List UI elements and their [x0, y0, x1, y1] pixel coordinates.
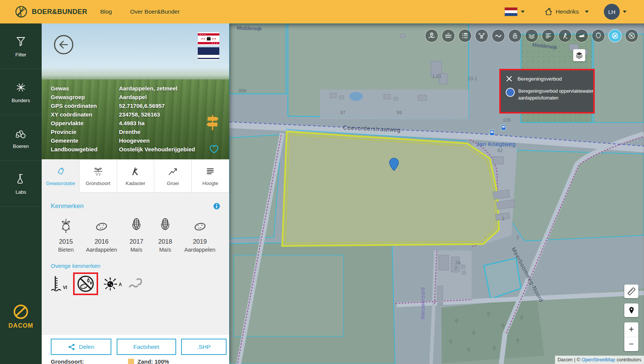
government-layer-icon[interactable]	[592, 29, 605, 42]
rotation-crop: Aardappelen	[184, 247, 215, 253]
house-number: 2	[455, 265, 457, 271]
beet-icon	[57, 217, 75, 235]
factsheet-button[interactable]: Factsheet	[117, 339, 176, 355]
kadaster-icon	[130, 166, 141, 177]
caret-down-icon	[521, 11, 525, 13]
shp-label: .SHP	[197, 344, 211, 350]
tab-kadaster[interactable]: Kadaster	[117, 159, 155, 193]
favorite-heart-icon[interactable]	[208, 142, 220, 156]
rotation-year-2017[interactable]: 2017 Maïs	[122, 217, 151, 253]
bird-layer-icon[interactable]	[575, 29, 588, 42]
sidebar-item-label: Filter	[16, 52, 27, 58]
openstreetmap-link[interactable]: OpenStreetMap	[581, 357, 615, 362]
rotation-crop: Maïs	[130, 247, 142, 253]
zoom-controls: + −	[624, 322, 638, 351]
tab-hoogte[interactable]: Hoogte	[191, 159, 229, 193]
info-icon[interactable]	[213, 203, 220, 210]
flask-icon	[14, 173, 27, 185]
house-number: 2a	[455, 260, 461, 265]
caret-down-icon	[623, 11, 627, 13]
sidebar-item-label: Labs	[16, 189, 26, 195]
zoom-out-button[interactable]: −	[624, 337, 638, 352]
shp-button[interactable]: .SHP	[181, 339, 227, 355]
kadaster-layer-icon[interactable]	[558, 29, 572, 42]
nav-blog-link[interactable]: Blog	[100, 8, 112, 15]
boer-en-bunder-app: BOER&BUNDER Blog Over Boer&Bunder Hendri…	[0, 0, 644, 364]
street-label-jan-knegtweg: Jan Knegtweg	[476, 141, 516, 147]
share-icon	[68, 343, 75, 351]
street-label-nieuweroord: Nieuweroord	[420, 287, 426, 319]
zoom-in-button[interactable]: +	[624, 322, 638, 337]
rotation-year: 2016	[95, 238, 109, 245]
brand-logo[interactable]: BOER&BUNDER	[14, 5, 87, 19]
parcel-detail-panel: GewasAardappelen, zetmeel GewasgroepAard…	[42, 23, 229, 364]
legend-item: Beregeningsverbod oppervlaktewater aarda…	[506, 88, 590, 101]
irrigation-ban-icon[interactable]	[77, 275, 95, 293]
info-label: XY coördinaten	[51, 111, 119, 118]
house-number: 62	[497, 148, 503, 153]
sidebar-item-boeren[interactable]: Boeren	[0, 115, 42, 161]
rotation-year-2016[interactable]: 2016 Aardappelen	[81, 217, 122, 253]
height-layer-icon[interactable]	[542, 29, 555, 42]
info-label: Oppervlakte	[51, 120, 119, 126]
gewasrotatie-content: Kenmerken 2015 Bieten	[42, 202, 229, 296]
info-value: Oostelijk Veehouderijgebied	[119, 146, 195, 152]
drone-layer-icon[interactable]	[475, 29, 488, 42]
selected-field-polygon[interactable]	[282, 132, 499, 246]
tab-gewasrotatie[interactable]: Gewasrotatie	[42, 159, 80, 193]
parcel-list-layer-icon[interactable]	[458, 29, 472, 42]
user-menu[interactable]: LH	[589, 4, 627, 20]
nematode-icon[interactable]	[103, 275, 119, 292]
info-row: GewasAardappelen, zetmeel	[51, 84, 217, 93]
house-number: 3	[516, 235, 519, 240]
legend-title: Beregeningsverbod	[517, 76, 562, 82]
marker-icon	[627, 306, 636, 314]
account-selector[interactable]: Hendriks	[544, 8, 589, 16]
language-selector[interactable]	[504, 7, 525, 16]
parcel-photo: GewasAardappelen, zetmeel GewasgroepAard…	[42, 23, 229, 159]
grondsoort-label: Grondsoort:	[51, 358, 128, 364]
groundwater-gauge-icon[interactable]	[51, 275, 63, 292]
sidebar-item-labs[interactable]: Labs	[0, 161, 42, 207]
nav-about-link[interactable]: Over Boer&Bunder	[130, 8, 180, 15]
sidebar-item-bunders[interactable]: Bunders	[0, 69, 42, 115]
growth-chart-icon	[167, 166, 178, 177]
measure-button[interactable]	[624, 285, 638, 298]
locate-marker-button[interactable]	[624, 303, 638, 317]
sidebar-item-filter[interactable]: Filter	[0, 23, 42, 69]
rotation-year-2018[interactable]: 2018 Maïs	[151, 217, 180, 253]
beregeningsverbod-legend: Beregeningsverbod Beregeningsverbod oppe…	[501, 70, 593, 112]
water-flow-icon[interactable]	[128, 275, 145, 291]
map-canvas[interactable]: Coevorderstraatweg Jan Knegtweg Meerboom…	[229, 23, 644, 364]
back-button[interactable]	[53, 34, 74, 55]
farm-house-icon	[544, 8, 553, 16]
locked-parcel-layer-icon[interactable]	[508, 29, 522, 42]
relief-layer-icon[interactable]	[492, 29, 505, 42]
irrigation-ban-layer-icon[interactable]	[608, 29, 622, 42]
potato-icon	[191, 217, 209, 235]
delen-button[interactable]: Delen	[51, 339, 111, 355]
tab-grondsoort[interactable]: Grondsoort	[79, 159, 117, 193]
spray-ban-layer-icon[interactable]	[625, 29, 638, 42]
tab-groei[interactable]: Groei	[154, 159, 192, 193]
rotation-year-2015[interactable]: 2015 Bieten	[51, 217, 81, 253]
annotation-box-irrigation-ban	[73, 272, 98, 295]
boerenbunder-logo-icon	[14, 5, 28, 19]
soil-layer-icon[interactable]	[442, 29, 455, 42]
legend-close-icon[interactable]	[506, 75, 513, 82]
rotation-crop: Aardappelen	[86, 247, 117, 253]
dacom-logo[interactable]: DACOM	[0, 303, 42, 329]
attribution-brand: Dacom	[558, 357, 573, 362]
basemap-layers-button[interactable]	[573, 49, 585, 61]
map-layer-toolbar	[425, 29, 638, 42]
tag-icon	[55, 166, 66, 177]
avatar: LH	[604, 4, 620, 20]
signpost-icon	[205, 114, 220, 133]
water-layer-icon[interactable]	[525, 29, 538, 42]
map-pin-layer-icon[interactable]	[425, 29, 438, 42]
tab-label: Grondsoort	[86, 180, 110, 186]
rotation-year-2019[interactable]: 2019 Aardappelen	[180, 217, 220, 253]
potato-icon	[93, 217, 110, 235]
house-number: 95b	[239, 88, 247, 93]
parcel-info-table: GewasAardappelen, zetmeel GewasgroepAard…	[51, 84, 217, 154]
